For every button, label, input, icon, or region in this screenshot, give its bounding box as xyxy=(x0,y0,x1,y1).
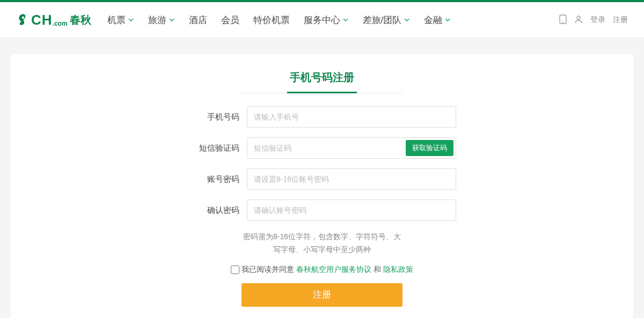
register-link[interactable]: 注册 xyxy=(613,15,628,25)
nav-item-member[interactable]: 会员 xyxy=(221,14,239,26)
agree-row: 我已阅读并同意春秋航空用户服务协议和隐私政策 xyxy=(188,265,456,275)
svg-point-1 xyxy=(562,21,564,23)
nav-item-hotel[interactable]: 酒店 xyxy=(189,14,207,26)
nav-item-travel[interactable]: 旅游 xyxy=(148,14,175,26)
code-label: 短信验证码 xyxy=(188,143,247,153)
logo-suffix: .com xyxy=(53,20,68,27)
header: CH .com 春秋 机票 旅游 酒店 会员 特价机票 服务中心 差旅/团队 金… xyxy=(0,0,644,38)
nav-item-flights[interactable]: 机票 xyxy=(107,14,134,26)
nav-item-service[interactable]: 服务中心 xyxy=(304,14,349,26)
nav-item-business[interactable]: 差旅/团队 xyxy=(363,14,411,26)
chevron-down-icon xyxy=(444,17,451,23)
main-nav: 机票 旅游 酒店 会员 特价机票 服务中心 差旅/团队 金融 xyxy=(107,14,451,26)
logo-text: CH xyxy=(31,12,53,28)
get-code-button[interactable]: 获取验证码 xyxy=(406,140,453,156)
chevron-down-icon xyxy=(342,17,349,23)
logo-cn: 春秋 xyxy=(70,13,91,27)
chevron-down-icon xyxy=(128,17,134,23)
confirm-label: 确认密码 xyxy=(188,205,247,216)
confirm-password-input[interactable] xyxy=(247,199,456,221)
mobile-icon[interactable] xyxy=(559,14,567,26)
agree-prefix: 我已阅读并同意 xyxy=(241,265,294,275)
tos-link[interactable]: 春秋航空用户服务协议 xyxy=(296,265,371,275)
register-form: 手机号码 短信验证码 获取验证码 账号密码 确认密码 密码需为8-16位字符，包… xyxy=(188,106,456,318)
phone-label: 手机号码 xyxy=(188,112,247,122)
nav-item-finance[interactable]: 金融 xyxy=(424,14,451,26)
password-input[interactable] xyxy=(247,168,456,190)
agree-and: 和 xyxy=(374,265,381,275)
register-card: 手机号码注册 手机号码 短信验证码 获取验证码 账号密码 确认密码 密码需为8-… xyxy=(11,54,633,318)
phone-input[interactable] xyxy=(247,106,456,128)
password-label: 账号密码 xyxy=(188,174,247,184)
password-hint: 密码需为8-16位字符，包含数字、字符符号、大写字母、小写字母中至少两种 xyxy=(241,231,402,256)
logo[interactable]: CH .com 春秋 xyxy=(16,12,91,28)
tab-title: 手机号码注册 xyxy=(11,70,633,91)
submit-button[interactable]: 注册 xyxy=(241,283,402,307)
chevron-down-icon xyxy=(169,17,175,23)
privacy-link[interactable]: 隐私政策 xyxy=(383,265,413,275)
tab-underline xyxy=(287,92,357,93)
svg-point-2 xyxy=(577,16,580,19)
logo-icon xyxy=(16,13,30,27)
nav-item-deals[interactable]: 特价机票 xyxy=(253,14,290,26)
chevron-down-icon xyxy=(404,17,410,23)
agree-checkbox[interactable] xyxy=(231,265,239,274)
login-link[interactable]: 登录 xyxy=(590,15,605,25)
user-icon[interactable] xyxy=(574,15,583,25)
